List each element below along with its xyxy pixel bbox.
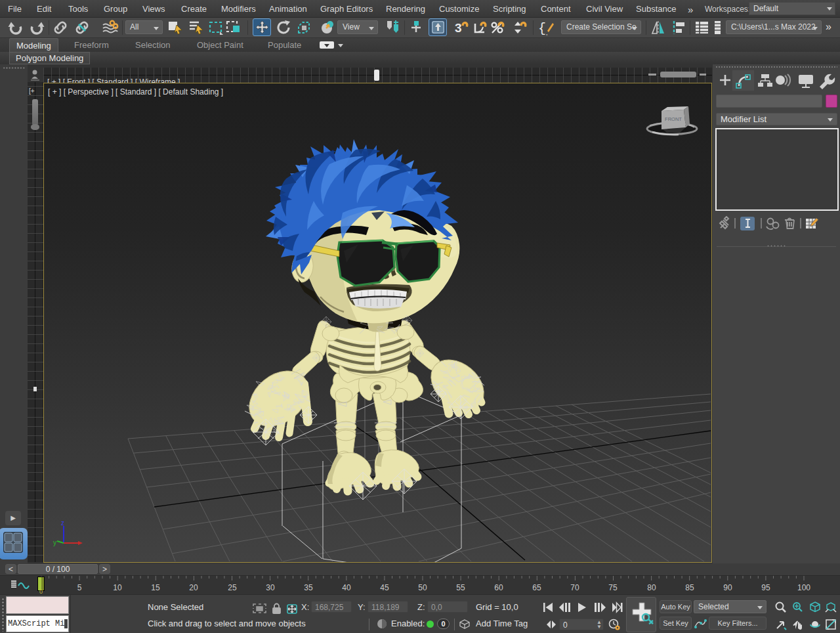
svg-text:55: 55 — [456, 583, 465, 592]
svg-text:85: 85 — [685, 583, 694, 592]
svg-text:80: 80 — [647, 583, 656, 592]
svg-text:50: 50 — [418, 583, 427, 592]
svg-text:100: 100 — [797, 583, 810, 592]
svg-text:45: 45 — [380, 583, 389, 592]
svg-text:{: { — [538, 21, 546, 36]
svg-text:5: 5 — [77, 583, 82, 592]
svg-text:15: 15 — [151, 583, 160, 592]
svg-text:40: 40 — [342, 583, 351, 592]
svg-text:FRONT: FRONT — [665, 116, 682, 122]
svg-text:25: 25 — [228, 583, 237, 592]
svg-text:20: 20 — [189, 583, 198, 592]
svg-text:35: 35 — [304, 583, 313, 592]
svg-text:y: y — [53, 539, 56, 546]
svg-text:95: 95 — [761, 583, 770, 592]
svg-text:3: 3 — [455, 21, 462, 35]
svg-text:90: 90 — [723, 583, 732, 592]
svg-text:60: 60 — [494, 583, 503, 592]
svg-text:10: 10 — [113, 583, 122, 592]
svg-text:,: , — [546, 30, 548, 36]
svg-text:30: 30 — [266, 583, 275, 592]
svg-text:65: 65 — [532, 583, 541, 592]
svg-text:70: 70 — [570, 583, 579, 592]
svg-text:75: 75 — [608, 583, 618, 592]
svg-text:z: z — [61, 519, 64, 527]
